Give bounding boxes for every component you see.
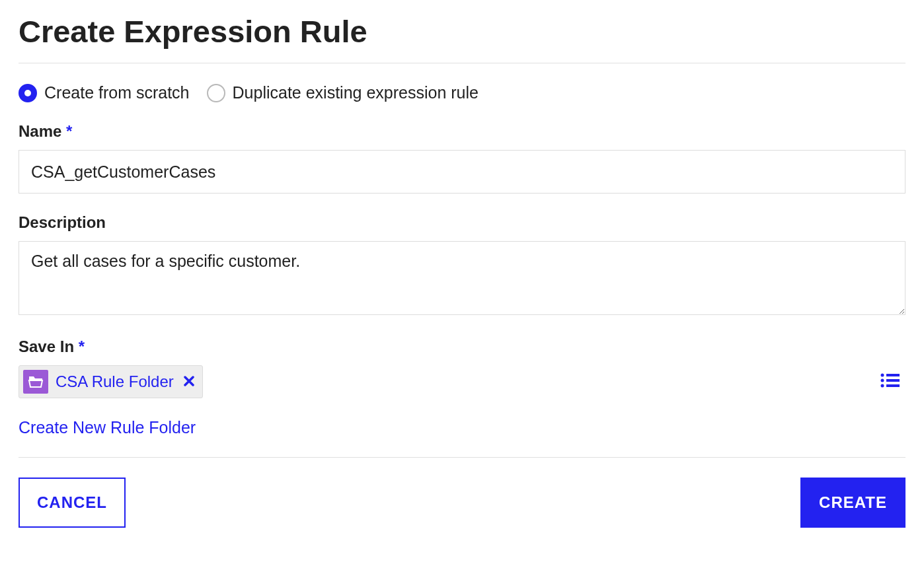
- page-title: Create Expression Rule: [19, 13, 905, 50]
- svg-rect-1: [886, 374, 900, 376]
- cancel-button[interactable]: CANCEL: [19, 478, 126, 528]
- creation-mode-radio-group: Create from scratch Duplicate existing e…: [19, 83, 905, 102]
- radio-indicator-unselected: [207, 84, 225, 102]
- save-in-label: Save In *: [19, 337, 905, 356]
- radio-label-scratch: Create from scratch: [44, 83, 190, 102]
- description-label: Description: [19, 213, 905, 232]
- radio-label-duplicate: Duplicate existing expression rule: [233, 83, 479, 102]
- radio-indicator-selected: [19, 84, 37, 102]
- save-in-label-text: Save In: [19, 337, 74, 355]
- save-in-picker-row: CSA Rule Folder: [19, 365, 905, 398]
- create-button[interactable]: CREATE: [800, 478, 905, 528]
- description-textarea[interactable]: Get all cases for a specific customer.: [19, 241, 905, 315]
- create-new-folder-link[interactable]: Create New Rule Folder: [19, 418, 196, 437]
- radio-duplicate-existing[interactable]: Duplicate existing expression rule: [207, 83, 479, 102]
- name-label-text: Name: [19, 122, 61, 140]
- svg-point-2: [881, 379, 884, 382]
- name-input[interactable]: [19, 150, 905, 194]
- dialog-button-row: CANCEL CREATE: [19, 478, 905, 528]
- folder-icon: [23, 370, 48, 394]
- list-picker-icon[interactable]: [880, 373, 905, 390]
- name-label: Name *: [19, 122, 905, 141]
- svg-rect-5: [886, 384, 900, 387]
- svg-rect-3: [886, 379, 900, 382]
- folder-chip[interactable]: CSA Rule Folder: [19, 365, 203, 398]
- header-divider: [19, 63, 905, 63]
- radio-create-from-scratch[interactable]: Create from scratch: [19, 83, 190, 102]
- svg-point-0: [881, 374, 884, 377]
- footer-divider: [19, 457, 905, 458]
- svg-point-4: [881, 384, 884, 388]
- chip-remove-icon[interactable]: [181, 373, 194, 390]
- folder-chip-label: CSA Rule Folder: [56, 373, 174, 391]
- required-star: *: [79, 337, 85, 355]
- required-star: *: [66, 122, 72, 140]
